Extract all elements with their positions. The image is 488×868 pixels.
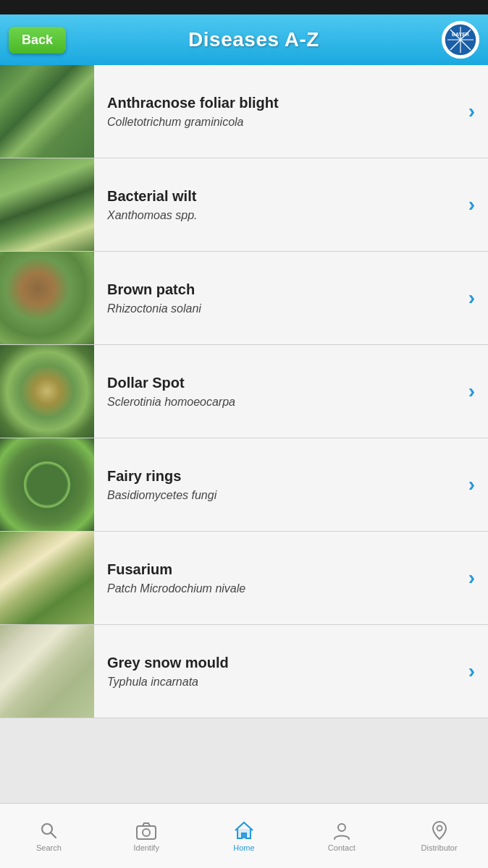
disease-arrow-dollar: › bbox=[455, 380, 488, 403]
distributor-icon bbox=[431, 820, 448, 841]
disease-arrow-grey: › bbox=[455, 660, 488, 683]
tab-contact-label: Contact bbox=[328, 843, 356, 852]
tab-bar: Search Identify Home Co bbox=[0, 803, 488, 868]
tab-home[interactable]: Home bbox=[195, 804, 293, 868]
disease-scientific-bacterial: Xanthomoas spp. bbox=[107, 209, 447, 222]
disease-item-anthracnose[interactable]: Anthracnose foliar blight Colletotrichum… bbox=[0, 65, 488, 158]
disease-info-bacterial: Bacterial wilt Xanthomoas spp. bbox=[94, 176, 455, 234]
disease-name-fairy: Fairy rings bbox=[107, 468, 447, 485]
disease-item-fairy[interactable]: Fairy rings Basidiomycetes fungi › bbox=[0, 438, 488, 532]
disease-item-grey[interactable]: Grey snow mould Typhula incarnata › bbox=[0, 625, 488, 718]
disease-item-brown[interactable]: Brown patch Rhizoctonia solani › bbox=[0, 252, 488, 345]
disease-item-dollar[interactable]: Dollar Spot Sclerotinia homoeocarpa › bbox=[0, 345, 488, 438]
status-bar bbox=[0, 0, 488, 14]
tab-contact[interactable]: Contact bbox=[293, 804, 390, 868]
back-button[interactable]: Back bbox=[9, 27, 66, 54]
disease-arrow-fairy: › bbox=[455, 473, 488, 496]
search-icon bbox=[38, 820, 59, 841]
svg-point-9 bbox=[143, 829, 150, 836]
disease-info-dollar: Dollar Spot Sclerotinia homoeocarpa bbox=[94, 363, 455, 420]
disease-arrow-brown: › bbox=[455, 286, 488, 310]
disease-name-dollar: Dollar Spot bbox=[107, 375, 447, 391]
disease-thumb-anthracnose bbox=[0, 65, 94, 158]
bayer-logo: BAYER bbox=[442, 21, 479, 59]
disease-thumb-bacterial bbox=[0, 158, 94, 251]
disease-scientific-dollar: Sclerotinia homoeocarpa bbox=[107, 396, 447, 409]
disease-item-bacterial[interactable]: Bacterial wilt Xanthomoas spp. › bbox=[0, 158, 488, 252]
svg-rect-8 bbox=[137, 826, 156, 839]
svg-point-12 bbox=[437, 825, 442, 830]
disease-scientific-grey: Typhula incarnata bbox=[107, 676, 447, 689]
disease-scientific-brown: Rhizoctonia solani bbox=[107, 302, 447, 315]
disease-list: Anthracnose foliar blight Colletotrichum… bbox=[0, 65, 488, 803]
disease-name-fusarium: Fusarium bbox=[107, 561, 447, 578]
header: Back Diseases A-Z BAYER bbox=[0, 14, 488, 65]
disease-scientific-anthracnose: Colletotrichum graminicola bbox=[107, 116, 447, 129]
tab-distributor[interactable]: Distributor bbox=[390, 804, 488, 868]
camera-icon bbox=[135, 820, 157, 841]
disease-scientific-fairy: Basidiomycetes fungi bbox=[107, 489, 447, 502]
disease-name-bacterial: Bacterial wilt bbox=[107, 188, 447, 205]
disease-thumb-dollar bbox=[0, 345, 94, 438]
svg-point-11 bbox=[338, 824, 345, 831]
tab-search[interactable]: Search bbox=[0, 804, 98, 868]
disease-info-brown: Brown patch Rhizoctonia solani bbox=[94, 270, 455, 327]
disease-info-anthracnose: Anthracnose foliar blight Colletotrichum… bbox=[94, 83, 455, 140]
disease-name-brown: Brown patch bbox=[107, 281, 447, 298]
disease-info-fairy: Fairy rings Basidiomycetes fungi bbox=[94, 456, 455, 514]
disease-arrow-fusarium: › bbox=[455, 566, 488, 590]
disease-name-grey: Grey snow mould bbox=[107, 655, 447, 671]
disease-item-fusarium[interactable]: Fusarium Patch Microdochium nivale › bbox=[0, 532, 488, 625]
disease-thumb-brown bbox=[0, 252, 94, 344]
disease-thumb-grey bbox=[0, 625, 94, 718]
tab-home-label: Home bbox=[233, 843, 254, 852]
disease-thumb-fusarium bbox=[0, 532, 94, 624]
tab-identify[interactable]: Identify bbox=[98, 804, 195, 868]
disease-scientific-fusarium: Patch Microdochium nivale bbox=[107, 582, 447, 595]
disease-arrow-anthracnose: › bbox=[455, 100, 488, 123]
svg-line-7 bbox=[51, 833, 56, 838]
disease-name-anthracnose: Anthracnose foliar blight bbox=[107, 95, 447, 111]
page-title: Diseases A-Z bbox=[188, 28, 319, 51]
contact-icon bbox=[332, 820, 352, 841]
disease-info-fusarium: Fusarium Patch Microdochium nivale bbox=[94, 550, 455, 607]
home-icon bbox=[233, 820, 255, 841]
tab-identify-label: Identify bbox=[133, 843, 159, 852]
disease-info-grey: Grey snow mould Typhula incarnata bbox=[94, 643, 455, 700]
tab-search-label: Search bbox=[36, 843, 62, 852]
disease-thumb-fairy bbox=[0, 438, 94, 531]
disease-arrow-bacterial: › bbox=[455, 193, 488, 216]
tab-distributor-label: Distributor bbox=[421, 843, 458, 852]
svg-rect-10 bbox=[242, 833, 246, 838]
